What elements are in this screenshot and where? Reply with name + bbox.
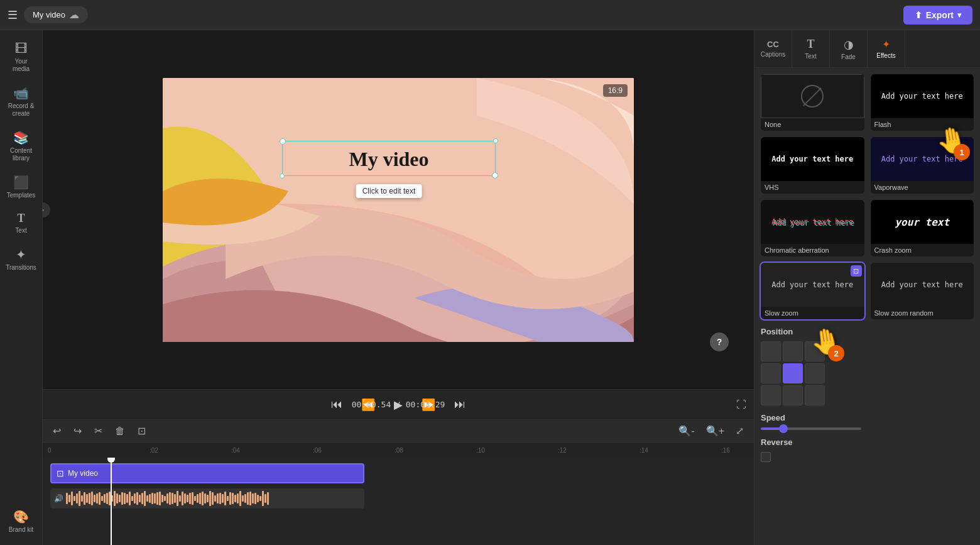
waveform-bar	[76, 493, 78, 504]
waveform-bar	[249, 492, 251, 505]
record-icon: 📹	[13, 85, 29, 101]
ruler-mark-0: 0	[48, 447, 52, 454]
zoom-in-button[interactable]: 🔍+	[702, 423, 728, 439]
waveform-bar	[144, 491, 146, 506]
ruler-mark-8: :08	[395, 447, 403, 454]
timeline-ruler: 0 :02 :04 :06 :08 :10 :12 :14 :16	[43, 443, 754, 458]
pos-cell-bl[interactable]	[761, 385, 781, 405]
expand-button[interactable]: ⛶	[736, 399, 746, 410]
sidebar-item-content-library[interactable]: 📚 Content library	[3, 125, 40, 167]
waveform-bar	[131, 496, 133, 501]
right-panel: CC Captions T Text ◑ Fade ✦ Effects	[754, 30, 980, 545]
pos-cell-bc[interactable]	[783, 385, 803, 405]
slow-zoom-random-label: Slow zoom random	[871, 307, 974, 319]
aspect-ratio-badge: 16:9	[603, 84, 628, 97]
zoom-out-button[interactable]: 🔍-	[675, 423, 698, 439]
canvas-container: My video Click to edit text 16:9	[163, 78, 634, 342]
waveform-bar	[134, 493, 136, 504]
none-icon	[801, 85, 824, 107]
skip-back-button[interactable]: ⏮	[327, 394, 346, 415]
reverse-checkbox[interactable]	[761, 452, 771, 462]
tab-fade[interactable]: ◑ Fade	[830, 30, 868, 67]
sidebar-label-templates: Templates	[7, 192, 36, 199]
ruler-mark-2: :02	[150, 447, 158, 454]
skip-forward-button[interactable]: ⏭	[450, 394, 469, 415]
effect-chromatic[interactable]: Add your text here Chromatic aberration	[761, 200, 864, 256]
ruler-mark-14: :14	[640, 447, 648, 454]
effect-flash[interactable]: Add your text here Flash	[871, 74, 974, 131]
pos-cell-tl[interactable]	[761, 341, 781, 361]
sidebar-item-record-create[interactable]: 📹 Record & create	[3, 80, 40, 123]
undo-button[interactable]: ↩	[49, 423, 65, 439]
playhead[interactable]	[111, 458, 112, 545]
slow-zoom-text: Add your text here	[771, 280, 853, 289]
sidebar-item-text[interactable]: T Text	[3, 207, 40, 239]
tooltip-text: Click to edit text	[362, 187, 416, 195]
export-button[interactable]: ⬆ Export ▾	[903, 6, 972, 25]
pos-cell-br[interactable]	[805, 385, 825, 405]
effect-none[interactable]: None	[761, 74, 864, 131]
canvas-frame: My video Click to edit text	[163, 78, 634, 342]
title-pill[interactable]: My video ☁	[24, 6, 88, 23]
fit-button[interactable]: ⤢	[732, 423, 748, 439]
effect-vhs[interactable]: Add your text here VHS	[761, 137, 864, 194]
main-area: 🎞 Your media 📹 Record & create 📚 Content…	[0, 30, 980, 545]
sidebar-item-templates[interactable]: ⬛ Templates	[3, 170, 40, 204]
help-button[interactable]: ?	[710, 333, 729, 351]
transitions-icon: ✦	[16, 247, 26, 262]
effect-vaporwave[interactable]: Add your text here Vaporwave	[871, 137, 974, 194]
text-selection-box[interactable]: My video Click to edit text	[282, 141, 496, 176]
collapse-panel-button[interactable]: ›	[43, 202, 50, 217]
waveform-bar	[71, 492, 73, 505]
sidebar-item-your-media[interactable]: 🎞 Your media	[3, 36, 40, 78]
cut-button[interactable]: ✂	[90, 423, 106, 439]
tab-captions[interactable]: CC Captions	[754, 30, 792, 67]
playback-controls: ⏮ ⏪ ▶ ⏩ ⏭ 00:00.54 / 00:08.29 ⛶	[43, 389, 754, 419]
redo-button[interactable]: ↪	[70, 423, 85, 439]
speed-slider[interactable]	[761, 427, 861, 430]
pos-cell-tc[interactable]	[783, 341, 803, 361]
click-to-edit-tooltip[interactable]: Click to edit text	[356, 184, 422, 198]
sidebar-item-brand-kit[interactable]: 🎨 Brand kit	[3, 504, 40, 539]
waveform-bar	[164, 496, 166, 501]
effects-grid: None Add your text here Flash Add your t…	[761, 74, 974, 319]
pos-cell-ml[interactable]	[761, 363, 781, 383]
waveform-bar	[267, 492, 269, 505]
audio-clip[interactable]: 🔊	[50, 488, 364, 509]
waveform-bar	[207, 495, 209, 502]
canvas-area[interactable]: My video Click to edit text 16:9 ? ›	[43, 30, 754, 389]
pos-cell-mr[interactable]	[805, 363, 825, 383]
effect-slow-zoom-random[interactable]: Add your text here Slow zoom random	[871, 263, 974, 319]
video-track: ⊡ My video	[43, 461, 754, 485]
fade-tab-icon: ◑	[844, 38, 854, 52]
flash-label: Flash	[871, 118, 974, 131]
text-tab-label: Text	[805, 53, 816, 60]
effects-tab-icon: ✦	[882, 38, 890, 50]
timeline-toolbar: ↩ ↪ ✂ 🗑 ⊡ 🔍- 🔍+ ⤢	[43, 420, 754, 443]
export-label: Export	[926, 10, 954, 20]
current-time: 00:00.54	[352, 400, 391, 409]
sidebar-item-transitions[interactable]: ✦ Transitions	[3, 242, 40, 277]
reverse-row	[761, 452, 974, 462]
waveform-bar	[224, 492, 226, 505]
pos-cell-mc[interactable]	[783, 363, 803, 383]
flash-text: Add your text here	[881, 92, 963, 101]
export-arrow-icon: ▾	[957, 11, 961, 19]
menu-icon[interactable]: ☰	[8, 8, 18, 22]
timeline-tracks: ⊡ My video 🔊	[43, 458, 754, 545]
effect-crash-zoom[interactable]: your text Crash zoom	[871, 200, 974, 256]
sidebar-label-transitions: Transitions	[6, 264, 36, 272]
templates-icon: ⬛	[13, 175, 29, 190]
chromatic-label: Chromatic aberration	[761, 244, 864, 256]
split-button[interactable]: ⊡	[134, 423, 150, 439]
delete-button[interactable]: 🗑	[111, 424, 129, 439]
tab-effects[interactable]: ✦ Effects	[868, 30, 905, 67]
video-clip[interactable]: ⊡ My video	[50, 463, 364, 483]
tab-text[interactable]: T Text	[792, 30, 830, 67]
waveform-bar	[204, 493, 206, 504]
clip-label: My video	[68, 469, 98, 478]
waveform-bar	[194, 496, 196, 501]
effect-slow-zoom[interactable]: ⊡ Add your text here Slow zoom	[761, 263, 864, 319]
pos-cell-tr[interactable]	[805, 341, 825, 361]
aspect-ratio-text: 16:9	[608, 86, 623, 95]
